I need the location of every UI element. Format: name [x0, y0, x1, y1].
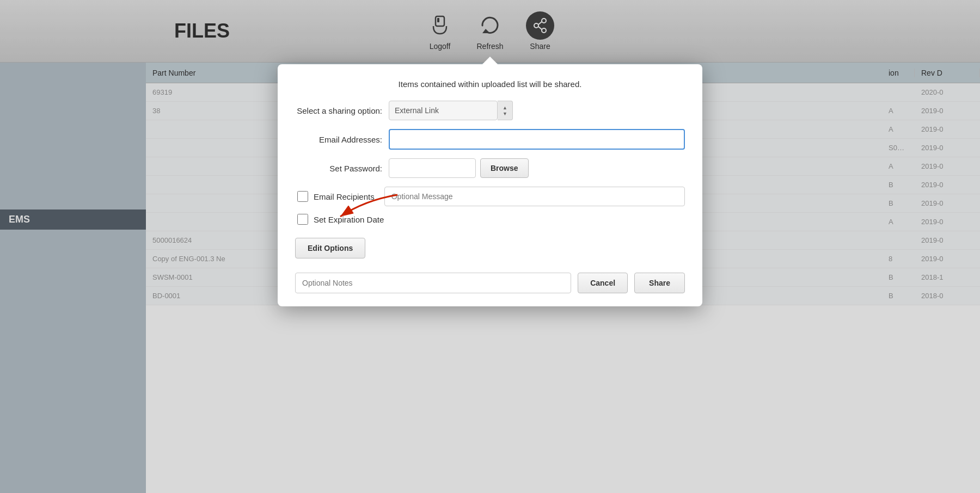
password-row: Set Password: Browse: [295, 158, 685, 178]
sharing-option-select-wrapper[interactable]: External Link ▲ ▼: [389, 101, 513, 120]
email-recipients-label: Email Recipients: [314, 192, 375, 201]
cancel-button[interactable]: Cancel: [578, 273, 628, 293]
password-control: Browse: [389, 158, 685, 178]
bottom-row: Cancel Share: [295, 273, 685, 293]
email-label: Email Addresses:: [295, 135, 382, 144]
chevron-up-icon: ▲: [503, 105, 507, 110]
email-recipients-row: Email Recipients: [295, 187, 685, 206]
expiration-row: Set Expiration Date: [295, 214, 685, 225]
chevron-down-icon: ▼: [503, 111, 507, 116]
modal-overlay: Items contained within uploaded list wil…: [0, 0, 980, 493]
sharing-option-row: Select a sharing option: External Link ▲…: [295, 101, 685, 120]
email-input[interactable]: [389, 129, 685, 150]
edit-options-container: Edit Options: [295, 235, 685, 268]
password-input[interactable]: [389, 158, 476, 178]
email-row: Email Addresses:: [295, 129, 685, 150]
sharing-option-arrow[interactable]: ▲ ▼: [498, 101, 513, 120]
sharing-option-select[interactable]: External Link: [389, 101, 498, 120]
email-recipients-checkbox[interactable]: [297, 191, 308, 202]
optional-notes-input[interactable]: [295, 273, 571, 293]
share-modal: Items contained within uploaded list wil…: [278, 64, 702, 306]
email-control: [389, 129, 685, 150]
expiration-label: Set Expiration Date: [314, 215, 384, 224]
optional-message-input[interactable]: [384, 187, 685, 206]
password-label: Set Password:: [295, 164, 382, 173]
expiration-checkbox[interactable]: [297, 214, 308, 225]
sharing-option-control: External Link ▲ ▼: [389, 101, 685, 120]
sharing-option-label: Select a sharing option:: [295, 106, 382, 115]
modal-info-text: Items contained within uploaded list wil…: [295, 79, 685, 89]
share-confirm-button[interactable]: Share: [634, 273, 685, 293]
browse-button[interactable]: Browse: [480, 158, 529, 178]
edit-options-button[interactable]: Edit Options: [295, 238, 365, 258]
